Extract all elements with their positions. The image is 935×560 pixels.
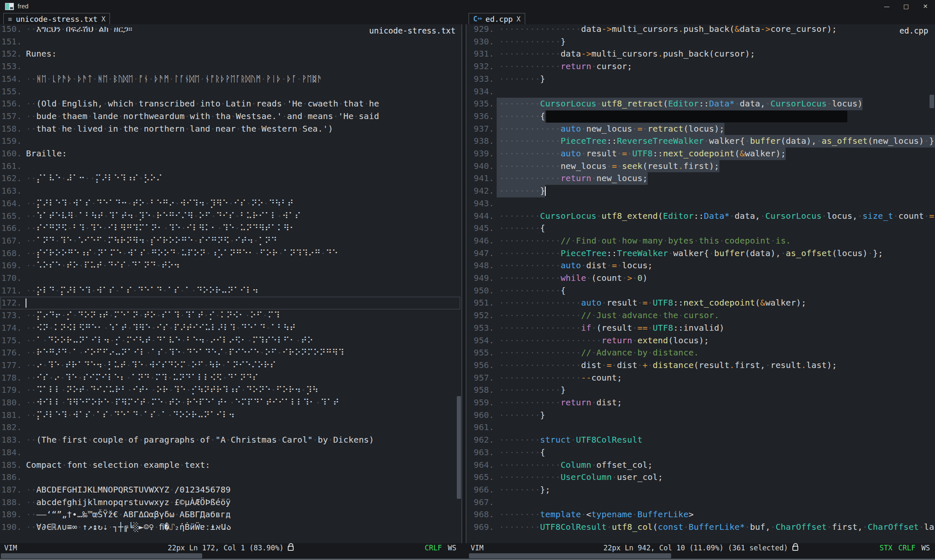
code-line[interactable]: 941.············return·new_locus;	[466, 172, 648, 185]
code-line[interactable]: 935.········CursorLocus·utf8_retract(Edi…	[466, 98, 862, 110]
code-line[interactable]: 170.	[0, 272, 26, 285]
editor-pane-left[interactable]: unicode-stress.txt 150.··እግርህን·በፍራሽህ·ልክ·…	[0, 24, 461, 543]
code-line[interactable]: 956.················dist·=·dist·+·distan…	[466, 359, 837, 372]
code-line[interactable]: 174.··⠪⠝·⠅⠝⠪⠇⠫⠛⠑⠂·⠱⠁⠞·⠹⠻⠑·⠊⠎·⠏⠜⠞⠊⠊⠥⠇⠜⠇⠹·…	[0, 322, 296, 334]
left-vertical-scrollbar-thumb[interactable]	[457, 396, 461, 499]
code-line[interactable]: 968.········template·<typename·BufferLik…	[466, 508, 694, 521]
code-line[interactable]: 961.	[466, 421, 499, 434]
code-line[interactable]: 937.············auto·new_locus·=·retract…	[466, 123, 724, 135]
maximize-button[interactable]: □	[896, 0, 916, 13]
code-line[interactable]: 163.	[0, 185, 26, 197]
code-line[interactable]: 152.Runes:	[0, 48, 57, 60]
code-line[interactable]: 964.············Column·offset_col;	[466, 459, 653, 472]
code-line[interactable]: 960.········}	[466, 409, 545, 422]
code-line[interactable]: 946.············//·Find·out·how·many·byt…	[466, 235, 791, 247]
code-line[interactable]: 166.··⠎⠊⠛⠝⠫·⠃⠹·⠹⠑·⠊⠇⠻⠛⠹⠍⠁⠝⠂·⠹⠑·⠊⠇⠻⠅⠂·⠹⠑·…	[0, 222, 296, 235]
code-line[interactable]: 181.··⡍⠜⠇⠑⠹·⠺⠁⠎·⠁⠎·⠙⠑⠁⠙·⠁⠎·⠁·⠙⠕⠕⠗⠤⠝⠁⠊⠇⠲	[0, 409, 235, 422]
code-line[interactable]: 158.··that·he·lived·in·the·northern·land…	[0, 123, 333, 135]
code-line[interactable]: 939.············auto·result·=·UTF8::next…	[466, 148, 786, 160]
code-line[interactable]: 173.··⡍⠔⠙⠖·⡊·⠙⠕⠝⠰⠞·⠍⠑⠁⠝·⠞⠕·⠎⠁⠹·⠹⠁⠞·⡊·⠅⠝⠪…	[0, 309, 280, 322]
tab-unicode-stress[interactable]: ≡ unicode-stress.txt X	[3, 13, 110, 25]
lock-icon[interactable]	[288, 546, 294, 551]
code-line[interactable]: 178.··⠊⠎·⠔·⠹⠑·⠎⠊⠍⠊⠇⠑⠆·⠁⠝⠙·⠍⠹·⠥⠝⠙⠁⠇⠇⠪⠫·⠙⠁…	[0, 372, 258, 384]
tab-close-icon[interactable]: X	[516, 15, 521, 23]
code-line[interactable]: 943.	[466, 197, 499, 210]
code-line[interactable]: 150.··እግርህን·በፍራሽህ·ልክ·ዘርጋ።	[0, 24, 133, 36]
code-line[interactable]: 153.	[0, 60, 26, 73]
code-line[interactable]: 952.················//·Just·advance·the·…	[466, 309, 719, 322]
code-line[interactable]: 182.	[0, 421, 26, 434]
code-line[interactable]: 929.················data->multi_cursors.…	[466, 24, 837, 36]
code-line[interactable]: 164.··⡍⠜⠇⠑⠹·⠺⠁⠎·⠙⠑⠁⠙⠒·⠞⠕·⠃⠑⠛⠔·⠺⠊⠹⠲·⡹⠻⠑·⠊…	[0, 197, 294, 210]
window-titlebar[interactable]: fred — □ ✕	[0, 0, 935, 13]
code-line[interactable]: 151.	[0, 36, 26, 48]
code-line[interactable]: 947.············PieceTree::TreeWalker·wa…	[466, 247, 883, 260]
code-line[interactable]: 933.········}	[466, 73, 545, 86]
code-line[interactable]: 171.··⡕⠇⠙·⡍⠜⠇⠑⠹·⠺⠁⠎·⠁⠎·⠙⠑⠁⠙·⠁⠎·⠁·⠙⠕⠕⠗⠤⠝⠁…	[0, 285, 258, 297]
code-line[interactable]: 167.··⠁⠝⠙·⠹⠑·⠡⠊⠑⠋·⠍⠳⠗⠝⠻⠲·⡎⠊⠗⠕⠕⠛⠑·⠎⠊⠛⠝⠫·⠊…	[0, 235, 277, 247]
code-line[interactable]: 154.··ᚻᛖ·ᚳᚹᚫᚦ·ᚦᚫᛏ·ᚻᛖ·ᛒᚢᛞᛖ·ᚩᚾ·ᚦᚫᛗ·ᛚᚪᚾᛞᛖ·ᚾ…	[0, 73, 322, 86]
code-line[interactable]: 955.················//·Advance·by·distan…	[466, 347, 699, 359]
editor-pane-right[interactable]: ed.cpp 929.················data->multi_c…	[466, 24, 935, 543]
code-line[interactable]: 184.	[0, 446, 26, 459]
right-horizontal-scrollbar[interactable]	[466, 552, 935, 559]
close-button[interactable]: ✕	[916, 0, 935, 13]
code-line[interactable]: 190.··∀∂∈ℝ∧∪≡∞·↑↗↨↻⇣·┐┼╔╘░►☺♀·ﬁ�⑀₂ἠḂӥẄɐː…	[0, 521, 231, 534]
minimize-button[interactable]: —	[877, 0, 896, 13]
code-line[interactable]: 934.	[466, 86, 499, 98]
code-line[interactable]: 169.··⠡⠕⠎⠑·⠞⠕·⠏⠥⠞·⠙⠊⠎·⠙⠁⠝⠙·⠞⠕⠲	[0, 259, 180, 272]
tab-ed-cpp[interactable]: C++ ed.cpp X	[469, 13, 525, 25]
code-line[interactable]: 948.············auto·dist·=·locus;	[466, 259, 653, 272]
code-line[interactable]: 963.········{	[466, 446, 545, 459]
code-line[interactable]: 949.············while·(count·>·0)	[466, 272, 648, 285]
left-horizontal-scrollbar-thumb[interactable]	[1, 553, 202, 558]
right-vertical-scrollbar-thumb[interactable]	[930, 95, 934, 108]
code-line[interactable]: 180.··⠺⠊⠇⠇·⠹⠻⠑⠋⠕⠗⠑·⠏⠻⠍⠊⠞·⠍⠑·⠞⠕·⠗⠑⠏⠑⠁⠞⠂·⠑…	[0, 397, 339, 409]
code-line[interactable]: 176.··⠗⠑⠛⠜⠙·⠁·⠊⠕⠋⠋⠔⠤⠝⠁⠊⠇·⠁⠎·⠹⠑·⠙⠑⠁⠙⠑⠌·⠏⠊…	[0, 347, 344, 359]
code-line[interactable]: 160.Braille:	[0, 148, 67, 160]
code-line[interactable]: 969.········UTF8ColResult·utf8_col(const…	[466, 521, 935, 534]
code-line[interactable]: 159.	[0, 135, 26, 148]
code-line[interactable]: 958.············}	[466, 384, 566, 397]
code-line[interactable]: 188.··abcdefghijklmnopqrstuvwxyz·£©µÀÆÖÞ…	[0, 496, 231, 509]
code-line[interactable]: 962.········struct·UTF8ColResult	[466, 434, 643, 446]
code-line[interactable]: 186.	[0, 471, 26, 484]
code-line[interactable]: 966.········};	[466, 484, 550, 496]
code-line[interactable]: 945.········{	[466, 222, 545, 235]
code-line[interactable]: 932.············return·cursor;	[466, 60, 632, 73]
code-line[interactable]: 951.················auto·result·=·UTF8::…	[466, 297, 806, 309]
code-line[interactable]: 165.··⠱⠁⠞⠑⠧⠻·⠁⠃⠳⠞·⠹⠁⠞⠲·⡹⠑·⠗⠑⠛⠊⠌⠻·⠕⠋·⠙⠊⠎·…	[0, 210, 301, 223]
code-line[interactable]: 938.············PieceTree::ReverseTreeWa…	[466, 135, 935, 148]
code-line[interactable]: 168.··⡎⠊⠗⠕⠕⠛⠑⠰⠎·⠝⠁⠍⠑·⠺⠁⠎·⠛⠕⠕⠙·⠥⠏⠕⠝·⠰⡡⠁⠝⠛…	[0, 247, 338, 260]
code-line[interactable]: 930.············}	[466, 36, 566, 48]
pane-divider[interactable]	[461, 24, 462, 543]
tab-close-icon[interactable]: X	[102, 15, 106, 23]
code-line[interactable]: 183.··(The·first·couple·of·paragraphs·of…	[0, 434, 374, 446]
code-line[interactable]: 940.············new_locus·=·seek(result.…	[466, 160, 719, 173]
code-line[interactable]: 187.··ABCDEFGHIJKLMNOPQRSTUVWXYZ·/012345…	[0, 484, 231, 496]
code-line[interactable]: 944.········CursorLocus·utf8_extend(Edit…	[466, 210, 935, 223]
code-line[interactable]: 942.········}	[466, 185, 545, 197]
code-line[interactable]: 161.	[0, 160, 26, 173]
code-line[interactable]: 162.··⡌⠁⠧⠑·⠼⠁⠒··⡍⠜⠇⠑⠹⠰⠎·⡣⠕⠌	[0, 172, 162, 185]
code-line[interactable]: 185.Compact·font·selection·example·text:	[0, 459, 210, 472]
code-line[interactable]: 931.············data->multi_cursors.push…	[466, 48, 755, 60]
code-line[interactable]: 950.············{	[466, 285, 566, 297]
code-line[interactable]: 965.············UserColumn·user_col;	[466, 471, 663, 484]
code-line[interactable]: 954.····················return·extend(lo…	[466, 334, 709, 347]
code-line[interactable]: 157.··bude·thaem·lande·northweardum·with…	[0, 110, 379, 123]
code-line[interactable]: 179.··⠩⠁⠇⠇·⠝⠕⠞·⠙⠊⠌⠥⠗⠃·⠊⠞⠂·⠕⠗·⠹⠑·⡊⠳⠝⠞⠗⠹⠰⠎…	[0, 384, 318, 397]
code-line[interactable]: 953.················if·(result·==·UTF8::…	[466, 322, 724, 334]
code-line[interactable]: 155.	[0, 86, 26, 98]
code-line[interactable]: 177.··⠔·⠹⠑·⠞⠗⠁⠙⠑⠲·⡃⠥⠞·⠹⠑·⠺⠊⠎⠙⠕⠍·⠕⠋·⠳⠗·⠁⠝…	[0, 359, 276, 372]
left-horizontal-scrollbar[interactable]	[0, 552, 461, 559]
code-line[interactable]: 936.········{	[466, 110, 545, 123]
lock-icon[interactable]	[792, 546, 798, 551]
code-line[interactable]: 959.············return·dist;	[466, 397, 622, 409]
right-horizontal-scrollbar-thumb[interactable]	[469, 553, 671, 558]
code-line[interactable]: 156.··(Old·English,·which·transcribed·in…	[0, 98, 379, 110]
code-line[interactable]: 189.··–—‘“”„†•…‰™œŠŸž€·ΑΒΓΔΩαβγδω·АБВГДа…	[0, 508, 231, 521]
code-line[interactable]: 967.	[466, 496, 499, 509]
code-line[interactable]: 957.················--count;	[466, 372, 622, 384]
code-line[interactable]: 175.··⠁·⠙⠕⠕⠗⠤⠝⠁⠊⠇⠲·⡊·⠍⠊⠣⠞·⠙⠁⠧⠑·⠃⠑⠲·⠔⠊⠇⠔⠫…	[0, 334, 313, 347]
